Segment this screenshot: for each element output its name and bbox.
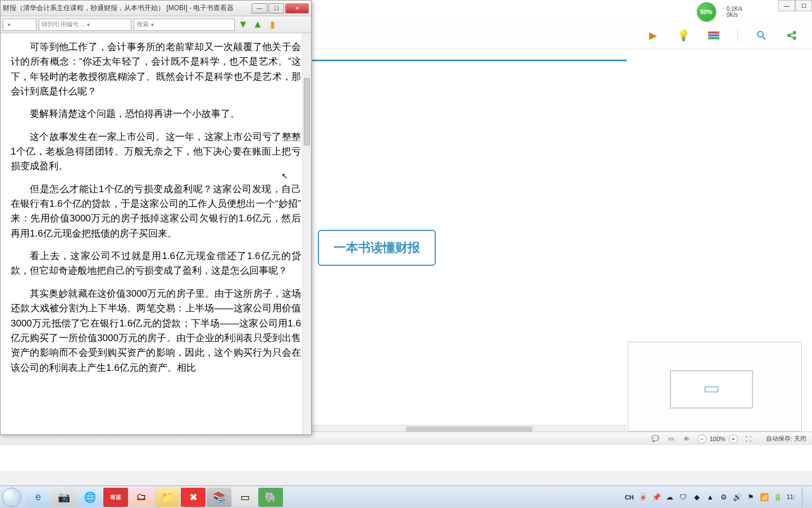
network-speed-badge[interactable]: 50% ↑0.1K/s ↓0K/s bbox=[697, 2, 746, 21]
paragraph: 但是怎么才能让1个亿的亏损变成盈利呢？这家公司发现，自己在银行有1.6个亿的贷款… bbox=[11, 182, 301, 241]
next-arrow-icon[interactable]: ▼ bbox=[237, 19, 249, 31]
slide-canvas[interactable]: 一本书读懂财报 bbox=[312, 60, 627, 432]
bg-window-controls: — ☐ bbox=[778, 0, 812, 11]
paragraph: 可等到他工作了，会计事务所的老前辈却又一次颠覆了他关于会计的所有概念：“你还太年… bbox=[11, 40, 301, 99]
start-button[interactable] bbox=[0, 486, 24, 509]
tray-shield-icon[interactable]: 🛡 bbox=[679, 493, 688, 502]
toc-dropdown[interactable] bbox=[3, 19, 37, 31]
tray-flag-icon[interactable]: ⚑ bbox=[746, 493, 755, 502]
zoom-in-button[interactable]: + bbox=[729, 434, 738, 443]
autosave-label: 自动保存: 关闭 bbox=[766, 434, 806, 443]
view-normal-icon[interactable]: ▭ bbox=[666, 434, 676, 444]
tray-clock[interactable]: 11: bbox=[787, 493, 795, 501]
zoom-controls: − 100% + bbox=[697, 434, 738, 443]
system-tray: CH 🀄 📌 ☁ 🛡 ◆ ▲ ⚙ 🔊 ⚑ 📶 🔋 11: bbox=[625, 487, 812, 507]
goto-ref-input[interactable]: 转到引用编号… bbox=[39, 19, 131, 31]
tray-network-icon[interactable]: 📶 bbox=[760, 493, 769, 502]
view-eye-icon[interactable]: 👁 bbox=[682, 434, 692, 444]
download-speed: 0K/s bbox=[727, 12, 738, 18]
network-percent: 50% bbox=[700, 8, 713, 15]
svg-line-4 bbox=[763, 37, 765, 39]
ebook-toolbar: 转到引用编号… 搜索 ▼ ▲ ▮ bbox=[1, 16, 311, 33]
color-bars-icon[interactable] bbox=[707, 29, 720, 42]
zoom-value: 100% bbox=[710, 436, 726, 442]
svg-point-7 bbox=[793, 37, 796, 39]
upload-arrow-icon: ↑ bbox=[723, 6, 725, 11]
taskbar-camera-icon[interactable]: 📷 bbox=[52, 488, 76, 507]
search-input[interactable]: 搜索 bbox=[134, 19, 235, 31]
tray-antivirus-icon[interactable]: ⚙ bbox=[719, 493, 728, 502]
taskbar-youdao-icon[interactable]: 有道 bbox=[103, 488, 128, 507]
svg-point-6 bbox=[793, 31, 796, 34]
taskbar-stickynotes-icon[interactable]: 🗂 bbox=[129, 488, 154, 507]
tray-app-icon[interactable]: ◆ bbox=[692, 493, 701, 502]
paragraph: 其实奥妙就藏在这价值3000万元的房子里。由于这所房子，这场还款大戏被分割为上下… bbox=[11, 287, 301, 375]
taskbar-explorer-icon[interactable]: 📁 bbox=[155, 488, 180, 507]
comments-icon[interactable]: 💬 bbox=[650, 434, 660, 444]
taskbar-calibre-icon[interactable]: 📚 bbox=[207, 488, 231, 507]
tray-battery-icon[interactable]: 🔋 bbox=[773, 493, 782, 502]
ebook-viewer-window: 财报（清华会计系主任课程，秒通财报，从本书开始） [MOBI] - 电子书查看器… bbox=[0, 0, 312, 435]
youdao-label: 有道 bbox=[110, 493, 121, 501]
taskbar-qq-icon[interactable]: 🌐 bbox=[77, 488, 102, 507]
download-arrow-icon: ↓ bbox=[723, 12, 725, 17]
bookmark-icon[interactable]: ▮ bbox=[266, 19, 279, 31]
svg-point-3 bbox=[758, 31, 763, 37]
close-button[interactable]: ✕ bbox=[285, 3, 309, 13]
search-placeholder: 搜索 bbox=[136, 20, 149, 29]
svg-rect-2 bbox=[708, 37, 719, 39]
goto-placeholder: 转到引用编号… bbox=[42, 20, 85, 29]
ribbon-separator bbox=[737, 29, 738, 42]
start-orb-icon bbox=[2, 488, 21, 507]
taskbar-ie-icon[interactable]: e bbox=[26, 488, 51, 507]
svg-rect-0 bbox=[708, 31, 719, 34]
show-desktop-button[interactable] bbox=[802, 487, 808, 507]
ebook-titlebar[interactable]: 财报（清华会计系主任课程，秒通财报，从本书开始） [MOBI] - 电子书查看器… bbox=[1, 1, 311, 16]
slide-title-text: 一本书读懂财报 bbox=[334, 239, 420, 256]
slide-title-box[interactable]: 一本书读懂财报 bbox=[318, 230, 436, 266]
ribbon: ▶ 💡 bbox=[312, 21, 812, 49]
tray-volume-icon[interactable]: 🔊 bbox=[733, 493, 742, 502]
tray-chevron-up-icon[interactable]: ▲ bbox=[706, 493, 715, 502]
share-icon[interactable] bbox=[785, 29, 799, 42]
taskbar-evernote-icon[interactable]: 🐘 bbox=[258, 488, 283, 507]
bg-maximize-button[interactable]: ☐ bbox=[795, 0, 812, 11]
network-speeds: ↑0.1K/s ↓0K/s bbox=[719, 4, 746, 19]
network-percent-circle: 50% bbox=[697, 2, 716, 21]
thumbnail-panel[interactable] bbox=[628, 342, 802, 432]
slide-thumbnail[interactable] bbox=[670, 370, 753, 409]
slideshow-play-icon[interactable]: ▶ bbox=[646, 29, 660, 42]
ebook-content[interactable]: 可等到他工作了，会计事务所的老前辈却又一次颠覆了他关于会计的所有概念：“你还太年… bbox=[1, 33, 311, 434]
svg-line-9 bbox=[790, 36, 793, 38]
ime-indicator[interactable]: CH bbox=[625, 494, 634, 501]
fit-icon[interactable]: ⛶ bbox=[743, 434, 754, 444]
search-icon[interactable] bbox=[755, 29, 768, 42]
taskbar-xmind-icon[interactable]: ✖ bbox=[181, 488, 206, 507]
window-controls: — ☐ ✕ bbox=[252, 3, 309, 13]
bulb-icon[interactable]: 💡 bbox=[677, 29, 690, 42]
svg-line-8 bbox=[790, 33, 793, 35]
upload-speed: 0.1K/s bbox=[727, 6, 742, 12]
ebook-scroll-thumb[interactable] bbox=[304, 78, 310, 146]
prev-arrow-icon[interactable]: ▲ bbox=[252, 19, 264, 31]
tray-pin-icon[interactable]: 📌 bbox=[652, 493, 661, 502]
ime-mode-icon[interactable]: 🀄 bbox=[638, 493, 647, 502]
bg-minimize-button[interactable]: — bbox=[778, 0, 795, 11]
horizontal-scroll-thumb[interactable] bbox=[406, 427, 532, 432]
ebook-title-text: 财报（清华会计系主任课程，秒通财报，从本书开始） [MOBI] - 电子书查看器 bbox=[3, 3, 252, 13]
paragraph: 这个故事发生在一家上市公司。这一年，这家上市公司亏了整整1个亿，老板急得团团转。… bbox=[11, 130, 301, 174]
maximize-button[interactable]: ☐ bbox=[268, 3, 284, 13]
svg-rect-1 bbox=[708, 34, 719, 37]
tray-cloud-icon[interactable]: ☁ bbox=[665, 493, 674, 502]
ebook-vscrollbar[interactable] bbox=[302, 33, 311, 434]
paragraph: 要解释清楚这个问题，恐怕得再讲一个小故事了。 bbox=[11, 107, 301, 121]
taskbar-items: e 📷 🌐 有道 🗂 📁 ✖ 📚 ▭ 🐘 bbox=[26, 488, 283, 507]
taskbar: e 📷 🌐 有道 🗂 📁 ✖ 📚 ▭ 🐘 CH 🀄 📌 ☁ 🛡 ◆ ▲ ⚙ 🔊 … bbox=[0, 486, 812, 508]
thumb-content-box bbox=[705, 387, 718, 392]
zoom-out-button[interactable]: − bbox=[697, 434, 706, 443]
taskbar-ppt-icon[interactable]: ▭ bbox=[232, 488, 257, 507]
paragraph: 看上去，这家公司不过就是用1.6亿元现金偿还了1.6亿元的贷款，但它却奇迹般地把… bbox=[11, 249, 301, 279]
minimize-button[interactable]: — bbox=[252, 3, 267, 13]
